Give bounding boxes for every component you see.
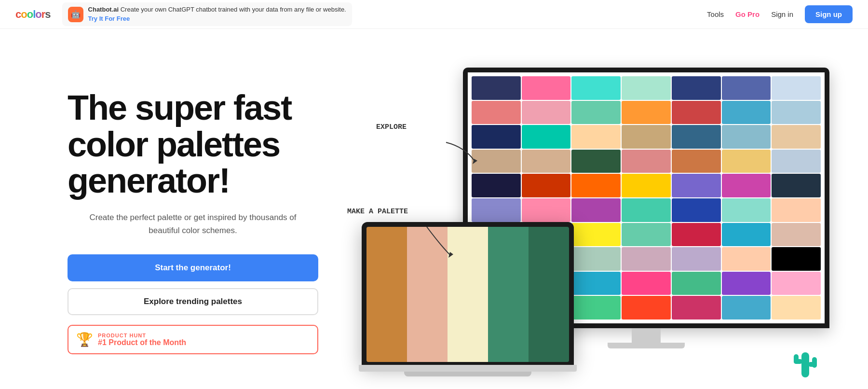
nav-gopro[interactable]: Go Pro xyxy=(735,10,760,18)
laptop xyxy=(362,222,574,376)
palette-swatch xyxy=(472,174,521,197)
laptop-palette-col xyxy=(529,227,569,362)
palette-swatch xyxy=(622,272,671,295)
palette-swatch xyxy=(722,174,771,197)
logo[interactable]: coolors xyxy=(15,8,51,21)
palette-swatch xyxy=(722,272,771,295)
palette-swatch xyxy=(722,223,771,247)
palette-swatch xyxy=(722,296,771,320)
svg-marker-1 xyxy=(448,252,453,258)
palette-swatch xyxy=(571,247,621,271)
palette-swatch xyxy=(571,272,621,295)
hero-subtitle: Create the perfect palette or get inspir… xyxy=(68,211,318,237)
nav-signin[interactable]: Sign in xyxy=(771,10,793,18)
palette-swatch xyxy=(522,198,571,222)
explore-palettes-button[interactable]: Explore trending palettes xyxy=(68,288,318,315)
nav-signup-button[interactable]: Sign up xyxy=(805,5,853,23)
start-generator-button[interactable]: Start the generator! xyxy=(68,254,318,281)
ph-label: PRODUCT HUNT xyxy=(98,333,186,338)
palette-swatch xyxy=(622,150,671,173)
palette-swatch xyxy=(622,198,671,222)
palette-swatch xyxy=(571,101,621,125)
ph-title: #1 Product of the Month xyxy=(98,338,186,347)
palette-swatch xyxy=(722,247,771,271)
laptop-palette-col xyxy=(366,227,407,362)
palette-swatch xyxy=(672,296,721,320)
palette-swatch xyxy=(672,125,721,149)
laptop-screen xyxy=(366,227,569,362)
chatbot-cta-link[interactable]: Try It For Free xyxy=(88,15,130,22)
laptop-base xyxy=(359,365,577,372)
palette-swatch xyxy=(772,272,821,295)
hero-left: The super fast color palettes generator!… xyxy=(68,90,318,354)
palette-swatch xyxy=(772,101,821,125)
cactus-decoration xyxy=(791,343,820,381)
navbar-right: Tools Go Pro Sign in Sign up xyxy=(707,5,853,23)
palette-swatch xyxy=(622,174,671,197)
nav-tools[interactable]: Tools xyxy=(707,10,724,18)
palette-swatch xyxy=(772,150,821,173)
palette-swatch xyxy=(622,247,671,271)
palette-swatch xyxy=(571,150,621,173)
palette-swatch xyxy=(772,223,821,247)
svg-rect-2 xyxy=(801,352,809,377)
monitor-palette-row xyxy=(472,76,821,100)
navbar: coolors 🤖 Chatbot.ai Create your own Cha… xyxy=(0,0,868,29)
laptop-foot xyxy=(404,372,531,376)
palette-swatch xyxy=(522,76,571,100)
monitor-palette-row xyxy=(472,174,821,197)
palette-swatch xyxy=(672,76,721,100)
palette-swatch xyxy=(622,125,671,149)
palette-swatch xyxy=(472,101,521,125)
chatbot-banner[interactable]: 🤖 Chatbot.ai Create your own ChatGPT cha… xyxy=(62,2,352,26)
laptop-palette-col xyxy=(488,227,529,362)
palette-swatch xyxy=(672,150,721,173)
palette-swatch xyxy=(772,125,821,149)
chatbot-text: Chatbot.ai Create your own ChatGPT chatb… xyxy=(88,5,346,23)
laptop-screen-wrapper xyxy=(362,222,574,365)
ph-text: PRODUCT HUNT #1 Product of the Month xyxy=(98,333,186,347)
palette-swatch xyxy=(722,125,771,149)
palette-swatch xyxy=(571,198,621,222)
palette-swatch xyxy=(522,101,571,125)
palette-swatch xyxy=(522,174,571,197)
monitor-palette-row xyxy=(472,125,821,149)
palette-swatch xyxy=(722,101,771,125)
monitor-neck xyxy=(632,328,661,343)
palette-swatch xyxy=(622,101,671,125)
palette-swatch xyxy=(472,198,521,222)
palette-swatch xyxy=(722,76,771,100)
arrow-explore-icon xyxy=(441,138,480,167)
palette-swatch xyxy=(622,76,671,100)
annotation-explore: EXPLORE xyxy=(376,123,407,131)
hero-title: The super fast color palettes generator! xyxy=(68,90,318,199)
palette-swatch xyxy=(722,150,771,173)
monitor-palette-row xyxy=(472,150,821,173)
arrow-make-palette-icon xyxy=(422,222,461,261)
monitor-stand xyxy=(608,343,685,348)
palette-swatch xyxy=(571,296,621,320)
palette-swatch xyxy=(772,174,821,197)
annotation-make-palette: MAKE A PALETTE xyxy=(347,208,408,216)
palette-swatch xyxy=(672,198,721,222)
palette-swatch xyxy=(472,76,521,100)
palette-swatch xyxy=(622,223,671,247)
palette-swatch xyxy=(772,76,821,100)
palette-swatch xyxy=(772,198,821,222)
svg-rect-4 xyxy=(794,354,799,364)
palette-swatch xyxy=(571,174,621,197)
hero-right: EXPLORE MAKE A PALETTE xyxy=(347,48,829,389)
palette-swatch xyxy=(522,125,571,149)
logo-wordmark: coolors xyxy=(15,8,51,21)
trophy-icon: 🏆 xyxy=(76,332,93,347)
palette-swatch xyxy=(672,272,721,295)
palette-swatch xyxy=(672,247,721,271)
palette-swatch xyxy=(772,296,821,320)
chatbot-icon: 🤖 xyxy=(68,7,83,22)
palette-swatch xyxy=(522,150,571,173)
palette-swatch xyxy=(672,101,721,125)
monitor-palette-row xyxy=(472,101,821,125)
product-hunt-badge[interactable]: 🏆 PRODUCT HUNT #1 Product of the Month xyxy=(68,325,318,354)
monitor-palette-row xyxy=(472,198,821,222)
main-container: The super fast color palettes generator!… xyxy=(0,29,868,389)
